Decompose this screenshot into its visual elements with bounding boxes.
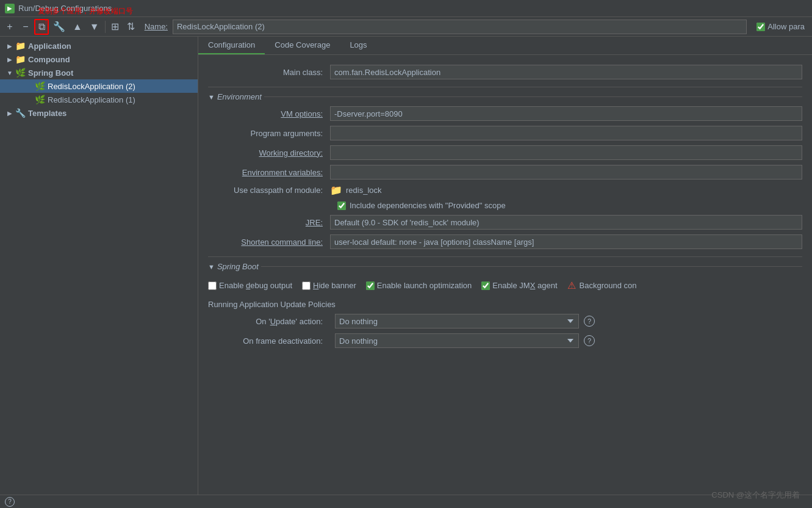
enable-jmx-item: Enable JMX agent <box>481 281 557 290</box>
sidebar: ▶ 📁 Application ▶ 📁 Compound ▼ 🌿 Spring … <box>0 37 198 495</box>
main-panel: Configuration Code Coverage Logs Main cl… <box>198 37 812 495</box>
hide-banner-item: Hide banner <box>302 281 356 290</box>
icon-spring-boot: 🌿 <box>15 67 26 78</box>
vm-options-input[interactable] <box>330 106 802 121</box>
environment-section: ▼ Environment <box>208 87 802 101</box>
env-vars-row: Environment variables: <box>208 165 802 180</box>
jre-row: JRE: <box>208 215 802 230</box>
sidebar-item-templates[interactable]: ▶ 🔧 Templates <box>0 106 198 120</box>
program-args-row: Program arguments: <box>208 126 802 140</box>
env-collapse-arrow[interactable]: ▼ <box>208 93 215 101</box>
window-title: Run/Debug Configurations <box>18 4 112 13</box>
env-section-line <box>264 96 802 97</box>
arrow-application: ▶ <box>5 43 15 49</box>
hide-banner-checkbox[interactable] <box>302 281 311 290</box>
help-status-icon[interactable]: ? <box>5 497 15 507</box>
sidebar-item-redis-2[interactable]: 🌿 RedisLockApplication (2) <box>0 79 198 93</box>
update-help-icon[interactable]: ? <box>584 316 595 327</box>
add-button[interactable]: + <box>2 20 17 34</box>
spring-checks: Enable debug output Hide banner Enable l… <box>208 276 802 295</box>
icon-redis-2: 🌿 <box>34 81 45 92</box>
spring-section-line <box>261 266 802 267</box>
icon-application: 📁 <box>15 40 26 51</box>
module-icon: 📁 <box>330 184 342 196</box>
icon-templates: 🔧 <box>15 107 26 118</box>
enable-jmx-label: Enable JMX agent <box>492 281 557 290</box>
status-bar: ? CSDN @这个名字先用着 <box>0 495 812 508</box>
spring-section-title: Spring Boot <box>217 262 259 271</box>
frame-help-icon[interactable]: ? <box>584 335 595 346</box>
frame-deactivation-select[interactable]: Do nothing Update classes and resources … <box>335 333 579 348</box>
background-error-icon: ⚠ <box>567 280 576 291</box>
env-vars-input[interactable] <box>330 165 802 180</box>
working-dir-row: Working directory: <box>208 145 802 160</box>
allow-parallel-label: Allow para <box>767 22 805 31</box>
label-compound: Compound <box>28 55 70 64</box>
module-row: Use classpath of module: 📁 redis_lock <box>208 184 802 196</box>
sidebar-item-compound[interactable]: ▶ 📁 Compound <box>0 53 198 66</box>
env-vars-label: Environment variables: <box>208 168 330 177</box>
main-content: ▶ 📁 Application ▶ 📁 Compound ▼ 🌿 Spring … <box>0 37 812 495</box>
enable-launch-item: Enable launch optimization <box>366 281 472 290</box>
sidebar-item-redis-1[interactable]: 🌿 RedisLockApplication (1) <box>0 93 198 106</box>
jre-label: JRE: <box>208 218 330 227</box>
share-button[interactable]: ⊞ <box>108 19 123 34</box>
background-label: Background con <box>580 281 637 290</box>
main-class-label: Main class: <box>208 68 330 77</box>
spring-collapse-arrow[interactable]: ▼ <box>208 263 215 270</box>
program-args-input[interactable] <box>330 126 802 140</box>
running-section: Running Application Update Policies On '… <box>208 300 802 348</box>
running-title: Running Application Update Policies <box>208 300 802 309</box>
frame-deactivation-label: On frame deactivation: <box>208 336 330 346</box>
up-button[interactable]: ▲ <box>70 20 85 34</box>
debug-output-checkbox[interactable] <box>208 281 217 290</box>
allow-parallel: Allow para <box>752 22 810 31</box>
main-class-row: Main class: <box>208 65 802 79</box>
arrow-spring-boot: ▼ <box>5 70 15 76</box>
module-value: 📁 redis_lock <box>330 184 382 196</box>
label-redis-2: RedisLockApplication (2) <box>48 82 135 91</box>
enable-launch-checkbox[interactable] <box>366 281 375 290</box>
allow-parallel-checkbox[interactable] <box>756 23 765 31</box>
working-dir-input[interactable] <box>330 145 802 160</box>
label-redis-1: RedisLockApplication (1) <box>48 95 135 104</box>
working-dir-label: Working directory: <box>208 148 330 158</box>
watermark: CSDN @这个名字先用着 <box>711 490 800 501</box>
tab-logs[interactable]: Logs <box>340 37 376 54</box>
module-label: Use classpath of module: <box>208 186 330 195</box>
hide-banner-label: Hide banner <box>313 281 356 290</box>
tab-configuration[interactable]: Configuration <box>198 37 265 54</box>
update-action-row: On 'Update' action: Do nothing Update cl… <box>208 314 802 328</box>
include-deps-checkbox[interactable] <box>337 201 346 210</box>
shorten-label: Shorten command line: <box>208 238 330 247</box>
sidebar-item-application[interactable]: ▶ 📁 Application <box>0 39 198 53</box>
down-button[interactable]: ▼ <box>87 20 102 34</box>
sort-button[interactable]: ⇅ <box>124 19 138 34</box>
enable-launch-label: Enable launch optimization <box>377 281 472 290</box>
arrow-redis-1 <box>24 96 34 103</box>
arrow-templates: ▶ <box>5 110 15 117</box>
wrench-button[interactable]: 🔧 <box>50 19 68 34</box>
sidebar-item-spring-boot[interactable]: ▼ 🌿 Spring Boot <box>0 66 198 79</box>
shorten-input[interactable] <box>330 234 802 249</box>
remove-button[interactable]: − <box>18 20 33 34</box>
enable-jmx-checkbox[interactable] <box>481 281 490 290</box>
vm-options-row: VM options: <box>208 106 802 121</box>
jre-input[interactable] <box>330 215 802 230</box>
arrow-compound: ▶ <box>5 56 15 63</box>
shorten-row: Shorten command line: <box>208 234 802 249</box>
module-name: redis_lock <box>346 186 382 195</box>
background-item: ⚠ Background con <box>567 280 637 291</box>
tab-code-coverage[interactable]: Code Coverage <box>265 37 340 54</box>
debug-output-label: Enable debug output <box>219 281 292 290</box>
tab-bar: Configuration Code Coverage Logs <box>198 37 812 55</box>
label-spring-boot: Spring Boot <box>28 68 73 78</box>
copy-button[interactable]: ⧉ <box>34 19 49 35</box>
name-input[interactable] <box>173 20 747 34</box>
main-class-input[interactable] <box>330 65 802 79</box>
env-section-title: Environment <box>217 92 262 101</box>
update-action-select[interactable]: Do nothing Update classes and resources … <box>335 314 579 328</box>
update-action-label: On 'Update' action: <box>208 317 330 326</box>
title-bar: ▶ Run/Debug Configurations <box>0 0 812 17</box>
include-deps-label: Include dependencies with "Provided" sco… <box>350 201 506 210</box>
